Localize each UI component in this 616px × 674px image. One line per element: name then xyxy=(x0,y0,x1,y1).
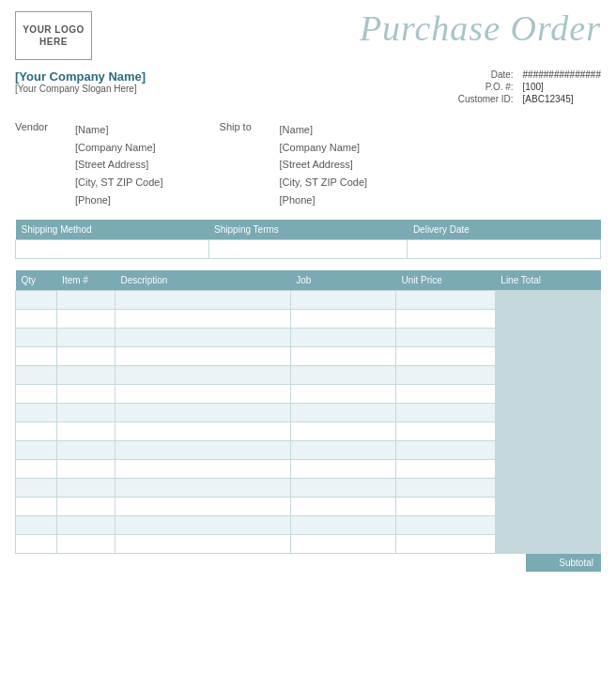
table-cell xyxy=(115,291,290,310)
table-cell xyxy=(16,498,57,516)
shipping-method-header: Shipping Method xyxy=(16,220,209,240)
date-value: ############### xyxy=(523,69,601,80)
shipping-row xyxy=(16,240,601,259)
table-cell xyxy=(56,498,115,516)
vendor-city: [City, ST ZIP Code] xyxy=(75,174,163,191)
table-row xyxy=(16,329,601,347)
table-cell xyxy=(290,516,395,535)
table-cell xyxy=(395,404,495,422)
shipto-name: [Name] xyxy=(280,121,368,139)
shipping-terms-header: Shipping Terms xyxy=(208,220,408,240)
table-row xyxy=(16,479,601,498)
table-cell xyxy=(495,479,600,498)
logo-box: YoUR LoGo HERE xyxy=(15,11,92,60)
table-cell xyxy=(115,441,290,460)
shipto-city: [City, ST ZIP Code] xyxy=(280,174,368,191)
table-cell xyxy=(16,310,57,329)
shipto-phone: [Phone] xyxy=(280,191,368,209)
table-row xyxy=(16,422,601,441)
table-cell xyxy=(290,479,395,498)
table-row xyxy=(16,385,601,404)
table-cell xyxy=(56,460,115,479)
job-header: Job xyxy=(290,270,395,291)
vendor-name: [Name] xyxy=(75,121,163,139)
table-cell xyxy=(290,422,395,441)
company-name: [Your Company Name] xyxy=(15,69,146,84)
table-row xyxy=(16,460,601,479)
table-cell xyxy=(495,291,600,310)
table-cell xyxy=(495,516,600,535)
delivery-date-header: Delivery Date xyxy=(408,220,601,240)
shipping-table: Shipping Method Shipping Terms Delivery … xyxy=(15,220,601,259)
table-cell xyxy=(16,516,57,535)
table-cell xyxy=(16,329,57,347)
shipto-street: [Street Address] xyxy=(280,156,368,174)
table-cell xyxy=(56,516,115,535)
table-row xyxy=(16,441,601,460)
line-total-header: Line Total xyxy=(495,270,600,291)
logo-text: YoUR LoGo HERE xyxy=(16,23,91,48)
table-cell xyxy=(56,479,115,498)
shipping-terms-cell xyxy=(208,240,408,259)
company-info: [Your Company Name] [Your Company Slogan… xyxy=(15,69,146,94)
table-cell xyxy=(290,404,395,422)
table-cell xyxy=(16,460,57,479)
table-cell xyxy=(115,460,290,479)
table-cell xyxy=(290,310,395,329)
table-cell xyxy=(290,460,395,479)
vendor-details: [Name] [Company Name] [Street Address] [… xyxy=(75,121,163,208)
table-cell xyxy=(395,516,495,535)
table-cell xyxy=(56,535,115,554)
table-row xyxy=(16,535,601,554)
table-cell xyxy=(495,366,600,385)
table-cell xyxy=(56,422,115,441)
table-cell xyxy=(290,366,395,385)
shipping-method-cell xyxy=(16,240,209,259)
table-row xyxy=(16,404,601,422)
table-cell xyxy=(290,291,395,310)
vendor-phone: [Phone] xyxy=(75,191,163,209)
table-row xyxy=(16,516,601,535)
table-cell xyxy=(395,385,495,404)
table-cell xyxy=(495,535,600,554)
subtotal-area: Subtotal xyxy=(15,554,601,572)
table-cell xyxy=(56,441,115,460)
company-meta-row: [Your Company Name] [Your Company Slogan… xyxy=(15,69,601,104)
table-cell xyxy=(115,347,290,366)
table-cell xyxy=(16,404,57,422)
table-cell xyxy=(115,535,290,554)
table-cell xyxy=(395,366,495,385)
table-cell xyxy=(16,385,57,404)
table-cell xyxy=(290,329,395,347)
table-cell xyxy=(56,366,115,385)
table-cell xyxy=(56,347,115,366)
table-cell xyxy=(16,441,57,460)
table-cell xyxy=(495,404,600,422)
table-row xyxy=(16,498,601,516)
vendor-section: Vendor [Name] [Company Name] [Street Add… xyxy=(15,121,601,208)
qty-header: Qty xyxy=(16,270,57,291)
vendor-street: [Street Address] xyxy=(75,156,163,174)
table-cell xyxy=(56,291,115,310)
table-cell xyxy=(495,347,600,366)
po-label: P.O. #: xyxy=(458,82,514,92)
table-cell xyxy=(395,498,495,516)
table-cell xyxy=(395,535,495,554)
table-cell xyxy=(115,516,290,535)
table-cell xyxy=(395,329,495,347)
table-cell xyxy=(395,310,495,329)
table-cell xyxy=(16,422,57,441)
unit-price-header: Unit Price xyxy=(395,270,495,291)
table-cell xyxy=(115,498,290,516)
delivery-date-cell xyxy=(408,240,601,259)
table-cell xyxy=(395,479,495,498)
table-cell xyxy=(395,291,495,310)
table-cell xyxy=(290,535,395,554)
table-row xyxy=(16,310,601,329)
table-cell xyxy=(115,310,290,329)
table-cell xyxy=(495,498,600,516)
items-table: Qty Item # Description Job Unit Price Li… xyxy=(15,270,601,554)
table-cell xyxy=(115,404,290,422)
subtotal-label: Subtotal xyxy=(526,554,601,572)
table-cell xyxy=(16,347,57,366)
